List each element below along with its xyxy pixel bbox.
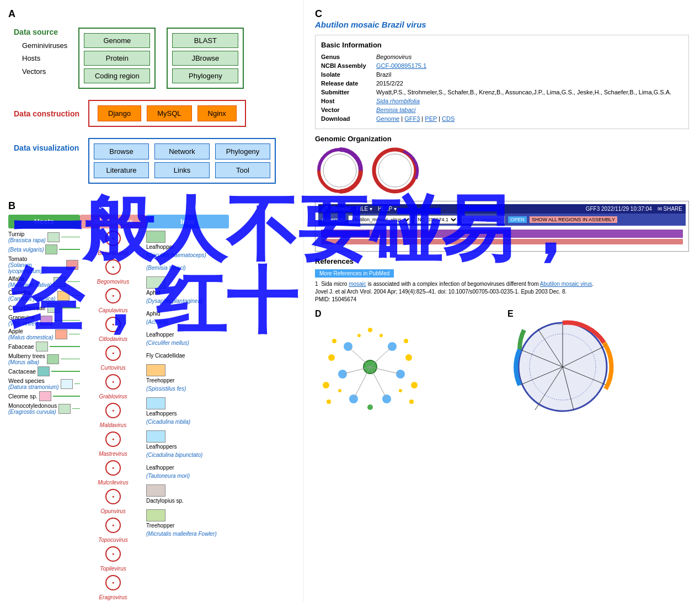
blast-btn[interactable]: BLAST — [172, 33, 238, 48]
svg-point-12 — [405, 354, 412, 361]
host-mulberry: Mulberry trees (Morus alba) — [8, 353, 80, 365]
jbrowse-open-btn[interactable]: OPEN — [508, 216, 527, 223]
vector-link[interactable]: Bemisia tabaci — [376, 106, 416, 113]
host-apple-img — [55, 329, 67, 339]
jbrowse-show-all-btn[interactable]: SHOW ALL REGIONS IN ASSEMBLY — [530, 216, 617, 223]
genomic-section: Genomic Organization — [315, 135, 689, 195]
host-cucurbit-img — [47, 303, 60, 313]
host-grapevine-img — [40, 316, 52, 326]
pubmed-btn[interactable]: More References in PubMed — [315, 269, 394, 278]
genus-label: Genus — [321, 52, 376, 61]
right-panel: C Abutilon mosaic Brazil virus Basic Inf… — [303, 0, 700, 602]
jbrowse-assembly-select[interactable]: Abutilon_mosaic_virus — [348, 215, 412, 224]
insect-leafhopper1: Leafhopper (Circulifer haematoceps) — [146, 231, 229, 259]
svg-line-15 — [348, 347, 370, 367]
svg-point-26 — [367, 404, 373, 410]
data-construction-label: Data construction — [14, 109, 80, 118]
gemini-eragrovirus: ●Eragrovirus — [80, 575, 146, 602]
jbrowse-header: 🧬 JBrowse FILE ▾ HELP ▾ GFF3 2022/11/29 … — [318, 204, 686, 214]
host-mulberry-img — [47, 354, 59, 364]
network-btn[interactable]: Network — [154, 143, 210, 159]
ncbi-value: GCF-000895175.1 — [376, 61, 683, 70]
ref-mosaic-link[interactable]: mosaic — [349, 281, 366, 287]
gemini-becurtovirus: ●Becurtovirus — [80, 231, 146, 259]
literature-btn[interactable]: Literature — [94, 162, 149, 178]
blue-box-group: Browse Network Phylogeny Literature Link… — [88, 138, 276, 184]
host-beet-img — [45, 244, 57, 254]
arrow-12 — [74, 383, 80, 385]
gff3-dl-link[interactable]: GFF3 — [404, 115, 420, 122]
protein-btn[interactable]: Protein — [84, 51, 150, 66]
virus-title: Abutilon mosaic Brazil virus — [315, 20, 689, 29]
phylogeny2-btn[interactable]: Phylogeny — [215, 143, 270, 159]
jbrowse-toolbar: Assembly Abutilon_mosaic_virus NC_010574… — [318, 214, 686, 226]
ref-citation: Jovel J. et al Arch Virol. 2004 Apr; 149… — [315, 289, 567, 295]
mysql-btn[interactable]: MySQL — [147, 105, 191, 121]
insect-fly: Fly Cicadellidae — [146, 351, 229, 360]
green-box-group-2: BLAST JBrowse Phylogeny — [167, 28, 244, 89]
jbrowse-menu-help[interactable]: HELP ▾ — [378, 206, 397, 212]
host-cactaceae-img — [38, 366, 50, 376]
insect-aphid2: Aphid (Acivora) — [146, 310, 229, 326]
host-grapevine: Grapevine (Vitis vinifer) — [8, 314, 80, 327]
arrow-13 — [53, 396, 80, 397]
reference-1-text: 1 Sida micro mosaic is associated with a… — [315, 280, 689, 303]
phylo-viz — [507, 319, 618, 418]
gemini-curtovirus: ●Curtovirus — [80, 345, 146, 374]
isolate-row: Isolate Brazil — [321, 70, 683, 79]
ncbi-row: NCBI Assembly GCF-000895175.1 — [321, 61, 683, 70]
dna-circle-2 — [370, 146, 420, 195]
gemini-list: ●Becurtovirus ●Begomovirus ●Capulavirus … — [80, 231, 146, 602]
tool-btn[interactable]: Tool — [215, 162, 270, 178]
insect-leafhopper3: Leafhopper (Tautoneura mori) — [146, 464, 229, 480]
jbrowse-btn[interactable]: JBrowse — [172, 51, 238, 66]
nginx-btn[interactable]: Nginx — [197, 105, 237, 121]
svg-line-20 — [370, 367, 387, 399]
ref-intro: Sida micro — [321, 281, 347, 287]
genus-row: Genus Begomovirus — [321, 52, 683, 61]
gemini-col: miniviruses ●Becurtovirus ●Begomovirus ●… — [80, 215, 146, 602]
jbrowse-share[interactable]: ✉ SHARE — [658, 206, 682, 212]
jbrowse-content — [318, 226, 686, 248]
svg-point-3 — [378, 154, 412, 187]
jbrowse-search-input[interactable] — [461, 215, 505, 224]
svg-point-1 — [323, 154, 356, 187]
coding-region-btn[interactable]: Coding region — [84, 68, 150, 83]
arrow-1 — [61, 237, 80, 238]
genome-btn[interactable]: Genome — [84, 33, 150, 48]
gemini-topocuvirus: ●Topocuvirus — [80, 518, 146, 546]
django-btn[interactable]: Django — [98, 105, 141, 121]
pep-dl-link[interactable]: PEP — [425, 115, 437, 122]
links-btn[interactable]: Links — [154, 162, 210, 178]
insect-treehopper1: Treehopper (Spissistilus fes) — [146, 364, 229, 393]
section-c: C Abutilon mosaic Brazil virus Basic Inf… — [315, 8, 689, 303]
arrow-10 — [61, 359, 80, 360]
vector-label: Vector — [321, 105, 376, 114]
cds-dl-link[interactable]: CDS — [442, 115, 455, 122]
ref-abutilon-link[interactable]: Abutilon mosaic virus — [540, 281, 592, 287]
jbrowse-menu-file[interactable]: FILE ▾ — [356, 206, 372, 212]
insect-dactylopius: Dactylopius sp. — [146, 484, 229, 505]
host-camellia-img — [57, 291, 70, 301]
gemini-mulcrilevirus: ●Mulcrilevirus — [80, 460, 146, 489]
phylogeny-btn[interactable]: Phylogeny — [172, 68, 238, 83]
host-link[interactable]: Sida rhombifolia — [376, 98, 420, 104]
insect-img-6 — [146, 484, 165, 497]
data-source-label: Data source — [14, 28, 67, 36]
basic-info-box: Basic Information Genus Begomovirus NCBI… — [315, 35, 689, 129]
section-e: E — [507, 309, 689, 418]
jbrowse-box: 🧬 JBrowse FILE ▾ HELP ▾ GFF3 2022/11/29 … — [315, 201, 689, 252]
bottom-sections: D — [315, 309, 689, 418]
ncbi-link[interactable]: GCF-000895175.1 — [376, 62, 426, 69]
browse-btn[interactable]: Browse — [94, 143, 149, 159]
genome-dl-link[interactable]: Genome — [376, 115, 399, 122]
svg-point-22 — [404, 339, 408, 343]
host-cucurbit: Cucurbitaceae — [8, 303, 80, 313]
arrow-9 — [50, 346, 80, 347]
jbrowse-region-select[interactable]: NC_010574.1 — [414, 215, 458, 224]
basic-info-title: Basic Information — [321, 41, 683, 49]
svg-point-13 — [323, 382, 329, 388]
section-c-label: C — [315, 8, 322, 19]
insect-img-3 — [146, 364, 165, 376]
gemini-opunvirus: ●Opunvirus — [80, 489, 146, 518]
